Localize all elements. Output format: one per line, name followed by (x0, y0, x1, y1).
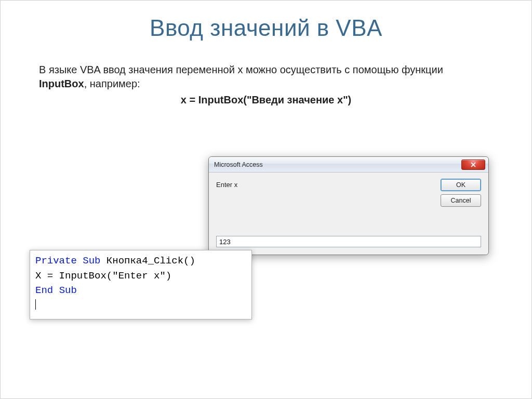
dialog-prompt: Enter x (216, 179, 433, 189)
vba-code-editor[interactable]: Private Sub Кнопка4_Click() X = InputBox… (30, 250, 252, 320)
close-button[interactable] (461, 159, 485, 170)
text-cursor (35, 299, 36, 310)
dialog-body: Enter x OK Cancel (209, 172, 488, 255)
example-code-line: x = InputBox("Введи значение х") (39, 93, 493, 107)
func-name: InputBox (39, 78, 84, 89)
keyword-private: Private (35, 255, 77, 267)
dialog-input[interactable] (216, 236, 481, 247)
description-paragraph: В языке VBA ввод значения переменной х м… (39, 63, 493, 107)
keyword-sub-2: Sub (59, 285, 77, 296)
code-line-2: X = InputBox("Enter x") (35, 270, 171, 282)
slide: Ввод значений в VBA В языке VBA ввод зна… (0, 0, 532, 399)
page-title: Ввод значений в VBA (1, 15, 531, 41)
keyword-sub: Sub (83, 255, 100, 267)
close-icon (470, 162, 476, 167)
dialog-title: Microsoft Access (214, 161, 461, 168)
para-text-2: , например: (84, 78, 140, 89)
ok-button[interactable]: OK (441, 179, 481, 191)
keyword-end: End (35, 285, 53, 296)
cancel-button[interactable]: Cancel (441, 194, 481, 207)
sub-signature: Кнопка4_Click() (100, 255, 195, 267)
para-text-1: В языке VBA ввод значения переменной х м… (39, 64, 443, 75)
inputbox-dialog: Microsoft Access Enter x OK Cancel (208, 156, 489, 255)
dialog-titlebar[interactable]: Microsoft Access (209, 157, 488, 172)
